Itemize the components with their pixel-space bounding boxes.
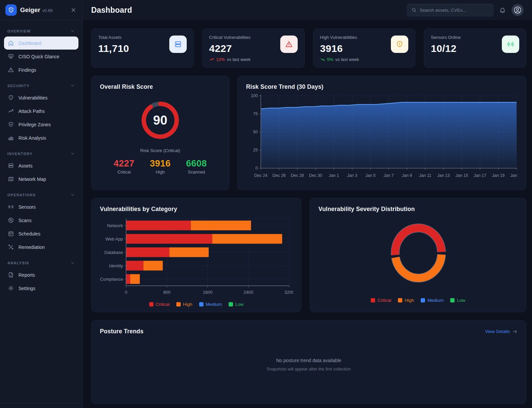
sidebar-section-header-inventory[interactable]: INVENTORY bbox=[4, 148, 78, 159]
sidebar-section-header-analysis[interactable]: ANALYSIS bbox=[4, 258, 78, 268]
sidebar-item-network-map[interactable]: Network Map bbox=[4, 173, 78, 186]
posture-trends-card: Posture Trends View Details No posture t… bbox=[91, 320, 526, 404]
alert-triangle-icon bbox=[285, 40, 293, 48]
svg-text:50: 50 bbox=[253, 130, 258, 134]
severity-distribution-title: Vulnerability Severity Distribution bbox=[318, 206, 518, 213]
legend-item-high: High bbox=[176, 302, 192, 307]
risk-gauge: 90 bbox=[100, 95, 221, 145]
stat-label: Critical Vulnerabilities bbox=[209, 35, 251, 40]
sidebar-item-ciso-quick-glance[interactable]: CISO Quick Glance bbox=[4, 50, 78, 63]
posture-trends-title: Posture Trends bbox=[100, 328, 143, 335]
svg-text:Jan 9: Jan 9 bbox=[402, 173, 412, 178]
sidebar-item-label: Findings bbox=[18, 67, 36, 73]
user-avatar[interactable] bbox=[512, 4, 524, 16]
app-version: v0.69 bbox=[42, 8, 53, 13]
server-icon bbox=[174, 40, 182, 48]
radio-icon bbox=[507, 40, 515, 48]
sidebar-nav: OVERVIEWDashboardCISO Quick GlanceFindin… bbox=[0, 20, 82, 403]
sidebar-close-button[interactable] bbox=[70, 6, 77, 14]
trending-down-icon bbox=[320, 57, 325, 62]
view-details-link[interactable]: View Details bbox=[485, 329, 518, 334]
sidebar-item-risk-analysis[interactable]: Risk Analysis bbox=[4, 131, 78, 144]
legend-label: High bbox=[183, 302, 192, 307]
alert-triangle-icon bbox=[8, 67, 14, 73]
risk-gauge-label: Risk Score (Critical) bbox=[100, 148, 221, 153]
trending-up-icon bbox=[209, 57, 214, 62]
svg-text:Compliance: Compliance bbox=[100, 277, 123, 282]
sidebar-item-remediation[interactable]: Remediation bbox=[4, 241, 78, 254]
sidebar-item-assets[interactable]: Assets bbox=[4, 159, 78, 172]
sidebar-item-label: Network Map bbox=[18, 177, 46, 182]
sidebar-item-label: Settings bbox=[18, 286, 36, 291]
sidebar-item-findings[interactable]: Findings bbox=[4, 63, 78, 76]
trending-up-icon bbox=[8, 108, 14, 114]
svg-text:100: 100 bbox=[251, 93, 258, 98]
vulnerabilities-by-category-title: Vulnerabilities by Category bbox=[100, 206, 293, 213]
app-logo bbox=[5, 4, 17, 16]
legend-label: Low bbox=[235, 302, 244, 307]
svg-text:90: 90 bbox=[153, 113, 167, 127]
sidebar-item-scans[interactable]: Scans bbox=[4, 214, 78, 227]
legend-item-critical: Critical bbox=[149, 302, 170, 307]
sidebar-section-header-operations[interactable]: OPERATIONS bbox=[4, 190, 78, 200]
sidebar-item-sensors[interactable]: Sensors bbox=[4, 200, 78, 213]
risk-stat-critical: 4227Critical bbox=[106, 158, 142, 175]
close-icon bbox=[70, 7, 76, 13]
legend-swatch bbox=[229, 302, 233, 307]
stat-trend: 12%vs last week bbox=[209, 57, 251, 62]
legend-item-critical: Critical bbox=[371, 298, 391, 303]
notifications-button[interactable] bbox=[499, 7, 506, 13]
legend-item-medium: Medium bbox=[421, 298, 444, 303]
stat-value: 3916 bbox=[320, 43, 359, 54]
presentation-icon bbox=[8, 53, 14, 60]
sidebar-item-label: Privilege Zones bbox=[18, 122, 51, 127]
svg-text:1600: 1600 bbox=[203, 290, 213, 295]
sidebar-item-dashboard[interactable]: Dashboard bbox=[4, 37, 78, 50]
sidebar-section-operations: OPERATIONSSensorsScansSchedulesRemediati… bbox=[4, 190, 78, 254]
sidebar-item-attack-paths[interactable]: Attack Paths bbox=[4, 105, 78, 118]
sidebar-item-label: Vulnerabilities bbox=[18, 95, 48, 100]
stat-icon-chip bbox=[391, 36, 408, 53]
stat-trend-text: vs last week bbox=[335, 57, 359, 62]
sidebar-item-label: Sensors bbox=[18, 204, 36, 210]
sidebar-section-label: SECURITY bbox=[7, 84, 29, 88]
stat-value: 10/12 bbox=[431, 43, 461, 54]
svg-text:Jan 5: Jan 5 bbox=[365, 173, 376, 178]
arrow-right-icon bbox=[512, 329, 518, 334]
risk-stat-scanned: 6608Scanned bbox=[178, 158, 215, 175]
overall-risk-score-card: Overall Risk Score 90 Risk Score (Critic… bbox=[91, 76, 229, 190]
sidebar-section-header-security[interactable]: SECURITY bbox=[4, 80, 78, 91]
stat-trend: 5%vs last week bbox=[320, 57, 359, 62]
severity-distribution-card: Vulnerability Severity Distribution Crit… bbox=[310, 198, 526, 312]
svg-text:Dec 28: Dec 28 bbox=[291, 173, 304, 178]
risk-gauge-stats: 4227Critical3916High6608Scanned bbox=[100, 158, 221, 175]
svg-text:Jan 13: Jan 13 bbox=[437, 173, 450, 178]
risk-gauge-chart: 90 bbox=[135, 95, 185, 145]
scan-search-icon bbox=[8, 217, 14, 223]
sidebar-item-label: CISO Quick Glance bbox=[18, 54, 59, 59]
chevron-down-icon bbox=[70, 260, 75, 265]
calendar-icon bbox=[8, 230, 14, 237]
risk-stat-label: Scanned bbox=[178, 169, 215, 175]
sidebar-item-vulnerabilities[interactable]: Vulnerabilities bbox=[4, 91, 78, 104]
search-input[interactable] bbox=[420, 8, 489, 13]
sidebar-section-header-overview[interactable]: OVERVIEW bbox=[4, 26, 78, 37]
legend-item-low: Low bbox=[229, 302, 244, 307]
svg-text:800: 800 bbox=[163, 290, 171, 295]
svg-text:Dec 30: Dec 30 bbox=[309, 173, 322, 178]
sidebar-item-privilege-zones[interactable]: Privilege Zones bbox=[4, 118, 78, 131]
sidebar-section-label: OPERATIONS bbox=[7, 193, 36, 197]
sidebar-item-settings[interactable]: Settings bbox=[4, 282, 78, 295]
app-root: Geiger v0.69 OVERVIEWDashboardCISO Quick… bbox=[0, 0, 532, 408]
chevron-down-icon bbox=[70, 28, 75, 33]
topbar: Dashboard bbox=[83, 0, 532, 20]
view-details-label: View Details bbox=[485, 329, 510, 334]
sidebar-item-schedules[interactable]: Schedules bbox=[4, 227, 78, 240]
stat-trend-pct: 12% bbox=[216, 57, 225, 62]
legend-swatch bbox=[149, 302, 154, 307]
user-icon bbox=[513, 6, 522, 14]
sidebar-item-reports[interactable]: Reports bbox=[4, 268, 78, 281]
legend-label: High bbox=[405, 298, 414, 303]
svg-text:Jan 3: Jan 3 bbox=[347, 173, 357, 178]
brand: Geiger v0.69 bbox=[20, 6, 66, 14]
